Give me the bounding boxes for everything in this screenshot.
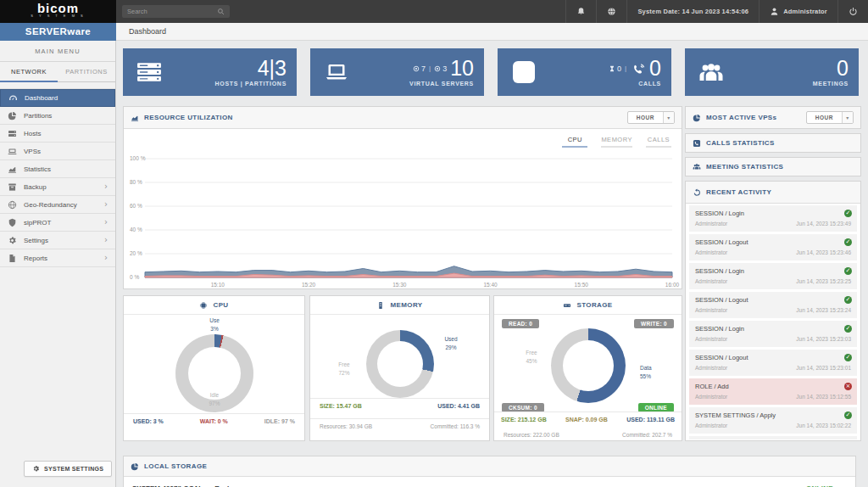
sidebar-item-dashboard[interactable]: Dashboard [0,89,115,107]
notifications-button[interactable] [566,0,596,23]
local-storage-row[interactable]: SYSTEM-4207/LOCAL on Raslan ONLINE [124,477,855,487]
storage-footer: SIZE: 215.12 GB SNAP: 0.09 GB USED: 119.… [494,411,682,427]
sidebar-item-label: Geo-Redundancy [24,201,77,209]
activity-user: Administrator [695,307,727,313]
svg-text:40 %: 40 % [130,227,142,232]
user-menu[interactable]: Administrator [760,0,837,23]
sidebar-item-settings[interactable]: Settings› [0,232,115,249]
cpu-panel: CPU Use3% Idle97% USED: 3 % WAIT: 0 % ID… [123,295,305,441]
activity-timestamp: Jun 14, 2023 15:23:01 [796,365,851,371]
meetings-value: 0 [837,58,849,79]
sidebar-item-label: Backup [24,183,47,191]
chevron-right-icon: › [104,218,108,227]
stat-card-meetings[interactable]: 0 MEETINGS [685,48,859,96]
meetings-label: MEETINGS [813,81,849,87]
tab-partitions[interactable]: PARTITIONS [58,62,115,81]
memory-free-label: Free72% [327,361,361,378]
phone-wave-icon [632,63,646,75]
memory-panel: MEMORY Used29% Free72% SIZE: 15.47 GB US… [309,295,490,441]
search-icon[interactable] [217,8,225,15]
stat-card-virtual-servers[interactable]: 7|3 10 VIRTUAL SERVERS [310,48,484,96]
sidebar-item-backup[interactable]: Backup› [0,178,115,196]
sidebar-item-vpss[interactable]: VPSs [0,143,115,160]
vps-period-dropdown[interactable]: HOUR ▾ [806,111,854,124]
resource-utilization-panel: RESOURCE UTILIZATION HOUR ▾ CPUMEMORYCAL… [123,106,682,289]
activity-title: SESSION / Login [695,267,851,275]
resource-period-dropdown[interactable]: HOUR ▾ [627,111,675,124]
tab-network[interactable]: NETWORK [0,62,58,82]
svg-text:80 %: 80 % [130,179,142,185]
sidebar-item-label: VPSs [24,148,41,155]
pie-chart-icon [693,114,701,122]
sidebar-item-hosts[interactable]: Hosts [0,125,115,143]
cpu-idle-label: Idle97% [194,391,235,408]
sidebar-item-statistics[interactable]: Statistics [0,160,115,178]
phone-square-icon [513,61,535,83]
activity-item[interactable]: SESSION / Login✓AdministratorJun 14, 202… [689,263,857,289]
server-icon [8,129,17,138]
most-active-vps-panel[interactable]: MOST ACTIVE VPSs HOUR ▾ [685,106,861,129]
sidebar-item-sipprot[interactable]: sipPROT› [0,214,115,232]
success-icon: ✓ [844,267,852,275]
bicom-logo[interactable]: bicom S Y S T E M S [0,0,116,23]
vps-label: VIRTUAL SERVERS [409,81,474,87]
success-icon: ✓ [844,238,852,246]
activity-item[interactable]: SESSION / Logout✓AdministratorJun 14, 20… [689,350,857,376]
activity-item[interactable]: SESSION / Login✓AdministratorJun 14, 202… [689,205,857,232]
storage-panel: STORAGE READ: 0 WRITE: 0 Data55% Free45%… [493,295,682,441]
storage-free-label: Free45% [515,349,548,366]
calls-statistics-panel[interactable]: CALLS STATISTICS [685,133,861,153]
recent-activity-list: SESSION / Login✓AdministratorJun 14, 202… [689,205,857,439]
success-icon: ✓ [844,411,852,419]
search-bar [122,5,230,18]
network-status-button[interactable] [597,0,626,23]
svg-text:15:20: 15:20 [302,282,316,288]
svg-text:15:10: 15:10 [211,282,225,288]
storage-footer-secondary: Resources: 222.00 GB Committed: 202.7 % [494,427,682,442]
vps-stopped-icon [434,65,441,72]
calls-queued-count: 0 [617,64,621,73]
meeting-statistics-panel[interactable]: MEETING STATISTICS [685,157,861,176]
read-badge: READ: 0 [502,319,539,328]
system-settings-button[interactable]: SYSTEM SETTINGS [24,461,112,477]
memory-stick-icon [376,301,385,310]
activity-title: SESSION / Login [695,210,851,217]
activity-timestamp: Jun 14, 2023 15:02:22 [796,423,851,428]
svg-text:100 %: 100 % [130,155,146,161]
logout-button[interactable] [838,0,868,23]
stat-card-calls[interactable]: 0| 0 CALLS [498,48,671,96]
username: Administrator [783,8,827,15]
activity-item[interactable]: SESSION / Logout✓AdministratorJun 14, 20… [689,292,857,318]
local-storage-panel: LOCAL STORAGE SYSTEM-4207/LOCAL on Rasla… [123,456,856,487]
phone-square-icon [693,139,701,148]
main-menu-label: MAIN MENU [0,41,115,62]
system-date: System Date: 14 Jun 2023 14:54:06 [637,8,748,15]
history-icon [693,188,701,197]
activity-item[interactable]: SYSTEM SETTINGS / Apply✓AdministratorJun… [689,407,857,434]
activity-timestamp: Jun 14, 2023 15:12:55 [796,394,851,400]
activity-item[interactable]: ROLE / Add×AdministratorJun 14, 2023 15:… [689,378,857,405]
sidebar-item-reports[interactable]: Reports› [0,249,115,267]
stat-card-hosts[interactable]: 4|3 HOSTS | PARTITIONS [123,48,297,96]
memory-panel-header: MEMORY [310,296,489,315]
main-content: 4|3 HOSTS | PARTITIONS 7|3 10 VIRTUAL SE… [116,41,868,487]
activity-user: Administrator [695,336,727,342]
chart-icon [8,165,17,174]
power-icon [849,7,858,16]
sidebar-item-partitions[interactable]: Partitions [0,107,115,125]
svg-text:60 %: 60 % [130,203,142,209]
sidebar-item-geo-redundancy[interactable]: Geo-Redundancy› [0,196,115,214]
laptop-icon [8,147,17,156]
activity-item[interactable]: SESSION / Logout✓AdministratorJun 14, 20… [689,234,857,260]
memory-used-label: Used29% [434,335,468,352]
activity-item[interactable]: SESSION / Login✓AdministratorJun 14, 202… [689,321,857,347]
chevron-right-icon: › [104,236,108,244]
sidebar-item-label: Dashboard [25,94,58,102]
activity-item[interactable]: SYSTEM SETTINGS / Update✓AdministratorJu… [689,436,857,439]
activity-timestamp: Jun 14, 2023 15:23:24 [796,307,851,313]
calls-value: 0 [649,58,661,79]
search-input[interactable] [127,8,217,15]
svg-text:15:50: 15:50 [575,282,589,288]
cpu-panel-header: CPU [124,296,304,315]
breadcrumb: Dashboard [116,23,868,41]
